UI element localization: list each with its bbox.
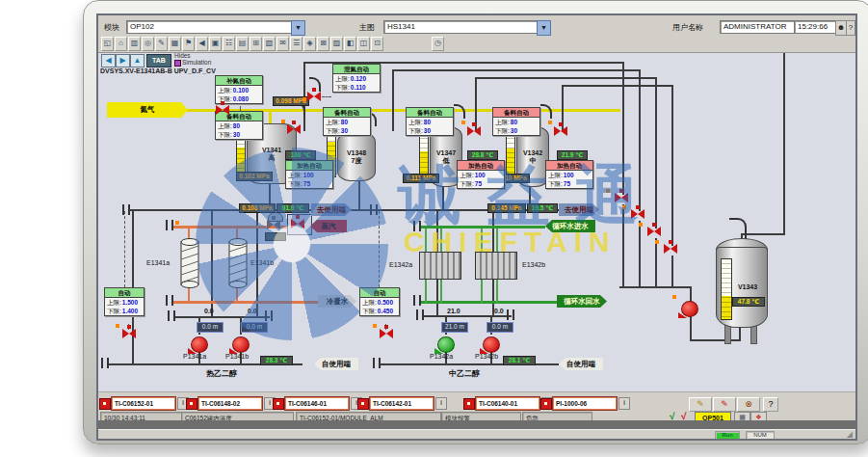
v1348-feed-box[interactable]: 备料自动 上限:80 下限:30	[323, 107, 371, 136]
steam-control-valve[interactable]	[267, 219, 280, 230]
n2-vent-setpoint-box[interactable]: 泄氮自动 上限:0.120 下限:0.110	[332, 64, 381, 93]
alarm-tag-button[interactable]: TI-C06146-01	[285, 397, 349, 410]
v1341-heat-box[interactable]: 加热自动 上限:100 下限:75	[285, 160, 333, 189]
toolbar-button-5[interactable]: ▦	[169, 37, 181, 51]
alarm-tag-button[interactable]: TI-C06142-01	[370, 397, 434, 410]
toolbar-button-12[interactable]: ▧	[263, 37, 276, 51]
v1341-feed-valve[interactable]	[287, 123, 301, 135]
module-dropdown-icon[interactable]: ▼	[291, 20, 305, 36]
header-valve-3[interactable]	[647, 226, 661, 237]
v1347-feed-box[interactable]: 备料自动 上限:80 下限:30	[406, 107, 454, 136]
toolbar-button-7[interactable]: ◀	[196, 37, 208, 51]
v1347-heat-box[interactable]: 加热自动 上限:100 下限:75	[457, 160, 505, 189]
toolbar-button-10[interactable]: ▤	[236, 37, 249, 51]
tank-grade: 中	[530, 157, 537, 165]
pipe	[619, 286, 674, 288]
toolbar-button-20[interactable]: ⊡	[371, 37, 383, 51]
toolbar-button-17[interactable]: ▨	[330, 37, 343, 51]
lo-value: 0.450	[378, 307, 393, 315]
toolbar-button-3[interactable]: ◎	[142, 37, 154, 51]
n2-makeup-setpoint-box[interactable]: 补氮自动 上限:0.100 下限:0.080	[215, 75, 263, 104]
hot-from-user-arrow: 自使用端	[314, 358, 358, 370]
v1342-feed-box[interactable]: 备料自动 上限:80 下限:30	[492, 107, 540, 136]
hot-section-valve[interactable]	[122, 328, 136, 339]
toolbar-button-15[interactable]: ◈	[303, 37, 316, 51]
mid-auto-box[interactable]: 自动 上限:0.500 下限:0.450	[359, 287, 400, 316]
toolbar-button-16[interactable]: ⊠	[317, 37, 329, 51]
help-icon[interactable]: ?	[846, 20, 855, 36]
header-valve-2[interactable]	[631, 208, 644, 220]
heat-exchanger-E1341a[interactable]	[180, 237, 199, 289]
lo-value: 0.110	[351, 83, 366, 92]
toolbar-button-0[interactable]: ◱	[101, 37, 114, 51]
steam-shutoff-valve[interactable]	[291, 218, 304, 229]
toolbar-button-18[interactable]: ◧	[344, 37, 356, 51]
heat-exchanger-E1342a[interactable]	[419, 252, 461, 280]
header-valve-1[interactable]	[615, 192, 628, 203]
ack-icon[interactable]: ✎	[689, 397, 712, 412]
hi-value: 80	[233, 121, 240, 130]
silence-icon[interactable]: ⊗	[737, 397, 760, 412]
monitor-bezel: 模块 OP102 ▼ 主图 HS1341 ▼ 用户名称 ADMINISTRATO…	[83, 0, 868, 444]
pump-P1342a[interactable]	[437, 336, 455, 353]
pump-P1341a[interactable]	[191, 336, 208, 353]
box-title: 加热自动	[546, 161, 592, 171]
n2-vent-valve[interactable]	[307, 91, 321, 102]
graphic-dropdown-icon[interactable]: ▼	[537, 20, 551, 36]
toolbar-button-8[interactable]: ▣	[209, 37, 222, 51]
alarm-tag-button[interactable]: PI-1000-06	[553, 397, 617, 410]
hi-label: 上限:	[218, 86, 232, 94]
v1343-pump[interactable]	[681, 301, 698, 317]
alarm-info-button[interactable]: i	[618, 397, 630, 410]
nav-up-icon[interactable]: ▲	[130, 54, 145, 67]
hides-label: Hides	[174, 52, 191, 59]
pump-P1342b[interactable]	[483, 336, 500, 353]
nav-back-icon[interactable]: ◀	[101, 54, 116, 67]
heat-exchanger-E1342b[interactable]	[475, 252, 517, 280]
vent-pipe	[454, 104, 465, 119]
ack-all-icon[interactable]: ✎	[713, 397, 736, 412]
module-field[interactable]: OP102	[126, 20, 295, 34]
hmi-screen: 模块 OP102 ▼ 主图 HS1341 ▼ 用户名称 ADMINISTRATO…	[96, 13, 857, 441]
marker-dot	[461, 121, 465, 124]
tab-button[interactable]: TAB	[146, 54, 171, 67]
toolbar-button-1[interactable]: ⌂	[115, 37, 127, 51]
alarm-help-icon[interactable]: ?	[763, 397, 778, 412]
v1343-level-gauge[interactable]	[721, 258, 732, 320]
v1342-heat-box[interactable]: 加热自动 上限:100 下限:75	[545, 160, 593, 189]
toolbar-button-19[interactable]: ◫	[357, 37, 370, 51]
toolbar-button-14[interactable]: ☰	[290, 37, 302, 51]
alarm-info-button[interactable]: i	[435, 397, 447, 410]
hi-value: 80	[511, 118, 517, 126]
header-valve-4[interactable]	[664, 243, 677, 255]
toolbar-button-9[interactable]: ☷	[223, 37, 235, 51]
alarm-tag-button[interactable]: TI-C06152-01	[112, 397, 175, 410]
tank-V1348[interactable]: V1348 7度	[337, 132, 376, 181]
toolbar-button-13[interactable]: ✉	[276, 37, 289, 51]
hi-value: 0.100	[233, 86, 249, 94]
alarm-tag-button[interactable]: TI-C06140-01	[476, 397, 539, 410]
heat-exchanger-E1341b[interactable]	[228, 237, 248, 289]
nav-forward-icon[interactable]: ▶	[116, 54, 130, 67]
pump-P1341b[interactable]	[232, 336, 250, 353]
tank-name: V1348	[347, 149, 366, 157]
v1347-feed-valve[interactable]	[467, 125, 481, 137]
toolbar-button-4[interactable]: ✎	[155, 37, 168, 51]
graphic-field[interactable]: HS1341	[383, 20, 540, 34]
alarm-indicator-icon	[273, 398, 284, 410]
mid-glycol-temp-display: 28.1 ℃	[503, 356, 536, 365]
tank-grade: 低	[443, 157, 450, 165]
pipe	[481, 228, 483, 253]
n2-line-valve[interactable]	[216, 104, 229, 116]
toolbar-button-11[interactable]: ⊞	[250, 37, 262, 51]
hot-auto-box[interactable]: 自动 上限:1.500 下限:1.400	[104, 287, 145, 316]
clock-icon[interactable]: ◷	[432, 37, 444, 51]
taskbar[interactable]	[98, 420, 855, 429]
v1342-feed-valve[interactable]	[554, 125, 567, 137]
hi-label: 上限:	[548, 171, 563, 179]
toolbar-button-2[interactable]: ▥	[128, 37, 141, 51]
toolbar-button-6[interactable]: ⚑	[182, 37, 195, 51]
alarm-tag-button[interactable]: TI-C06148-02	[198, 397, 262, 410]
pump-flow-value: 0.0	[204, 308, 214, 314]
mid-section-valve[interactable]	[380, 328, 393, 339]
